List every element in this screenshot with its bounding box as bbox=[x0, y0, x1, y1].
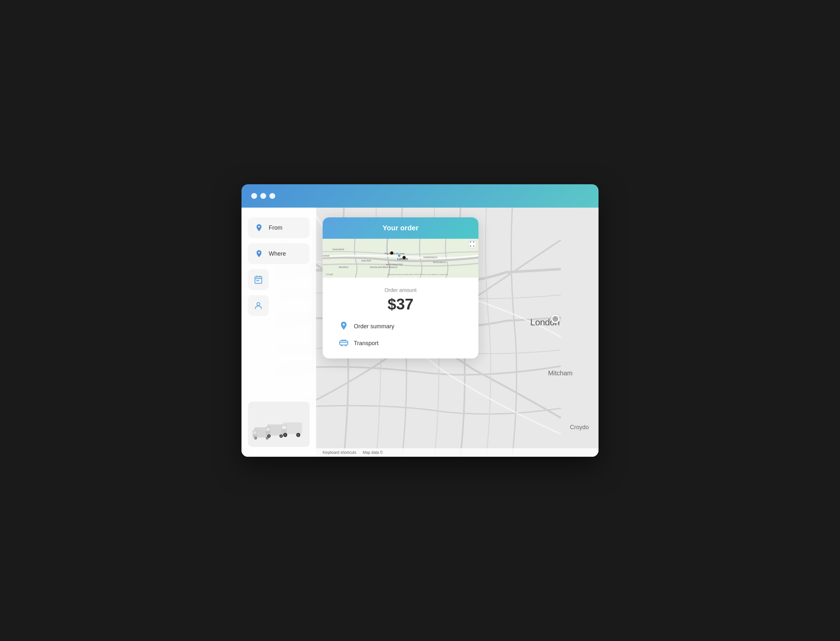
svg-rect-2 bbox=[257, 280, 258, 281]
svg-point-18 bbox=[280, 435, 282, 437]
svg-point-39 bbox=[390, 251, 393, 254]
svg-text:The British Museum: The British Museum bbox=[384, 252, 404, 254]
svg-point-4 bbox=[257, 303, 260, 306]
svg-text:WOOLWICH: WOOLWICH bbox=[433, 261, 446, 263]
where-label: Where bbox=[269, 250, 286, 257]
svg-point-11 bbox=[267, 437, 268, 438]
svg-text:Google: Google bbox=[326, 273, 333, 276]
svg-point-40 bbox=[397, 254, 401, 257]
svg-point-9 bbox=[255, 437, 256, 438]
transport-icon bbox=[339, 338, 349, 349]
browser-titlebar bbox=[241, 184, 599, 208]
svg-point-16 bbox=[268, 435, 270, 437]
traffic-lights bbox=[251, 193, 275, 199]
browser-content: London Mitcham Croydo From bbox=[241, 208, 599, 457]
sidebar-item-calendar[interactable] bbox=[248, 269, 269, 290]
order-card-title: Your order bbox=[383, 224, 419, 232]
order-summary-item-summary[interactable]: Order summary bbox=[339, 321, 394, 332]
keyboard-shortcuts-label: Keyboard shortcuts bbox=[323, 450, 356, 455]
browser-window: London Mitcham Croydo From bbox=[241, 184, 599, 457]
sidebar: From Where bbox=[241, 208, 316, 457]
calendar-icon bbox=[254, 275, 263, 284]
svg-rect-14 bbox=[267, 428, 270, 431]
svg-text:Greenford: Greenford bbox=[332, 248, 344, 251]
map-croydon-label: Croydo bbox=[570, 424, 589, 431]
order-summary-icon bbox=[339, 321, 349, 332]
svg-rect-7 bbox=[253, 431, 257, 434]
order-summary-items: Order summary bbox=[336, 321, 465, 349]
svg-rect-3 bbox=[258, 280, 259, 281]
sidebar-truck-image bbox=[248, 402, 310, 447]
svg-rect-42 bbox=[469, 241, 476, 248]
transport-label: Transport bbox=[354, 340, 378, 347]
svg-point-25 bbox=[297, 434, 299, 436]
svg-rect-21 bbox=[282, 425, 286, 429]
map-bottom-bar: Keyboard shortcuts Map data © bbox=[316, 448, 599, 457]
svg-text:Brentford: Brentford bbox=[339, 266, 348, 268]
person-icon bbox=[254, 301, 263, 310]
traffic-light-green[interactable] bbox=[270, 193, 275, 199]
sidebar-item-from[interactable]: From bbox=[248, 217, 310, 238]
svg-text:WESTMINSTER: WESTMINSTER bbox=[386, 263, 403, 266]
from-label: From bbox=[269, 224, 283, 231]
traffic-light-yellow[interactable] bbox=[260, 193, 266, 199]
svg-text:GREENWICH: GREENWICH bbox=[423, 256, 438, 259]
traffic-light-red[interactable] bbox=[251, 193, 257, 199]
order-card: Your order Green bbox=[323, 217, 478, 358]
sidebar-item-where[interactable]: Where bbox=[248, 243, 310, 264]
order-map-preview: Greenford EALING The British Museum Lond… bbox=[323, 239, 478, 278]
order-amount-value: $37 bbox=[336, 295, 465, 313]
where-location-icon bbox=[254, 248, 264, 259]
svg-point-23 bbox=[284, 434, 286, 436]
map-data-label: Map data © bbox=[363, 450, 383, 455]
map-mitcham-label: Mitcham bbox=[548, 369, 573, 377]
svg-rect-43 bbox=[340, 341, 348, 345]
svg-point-41 bbox=[402, 256, 406, 259]
order-card-header: Your order bbox=[323, 217, 478, 239]
svg-text:EALING: EALING bbox=[362, 259, 371, 262]
svg-text:outhall: outhall bbox=[323, 254, 330, 257]
sidebar-item-person[interactable] bbox=[248, 295, 269, 316]
from-location-icon bbox=[254, 222, 264, 233]
svg-text:Keyboard shortcuts   Map data : Keyboard shortcuts Map data ©2021 Terms … bbox=[388, 274, 448, 275]
order-summary-label: Order summary bbox=[354, 323, 394, 330]
svg-text:Victoria and Albert Museum: Victoria and Albert Museum bbox=[370, 266, 397, 268]
order-card-body: Order amount $37 Order summary bbox=[323, 278, 478, 358]
order-amount-label: Order amount bbox=[336, 287, 465, 293]
order-summary-item-transport[interactable]: Transport bbox=[339, 338, 378, 349]
